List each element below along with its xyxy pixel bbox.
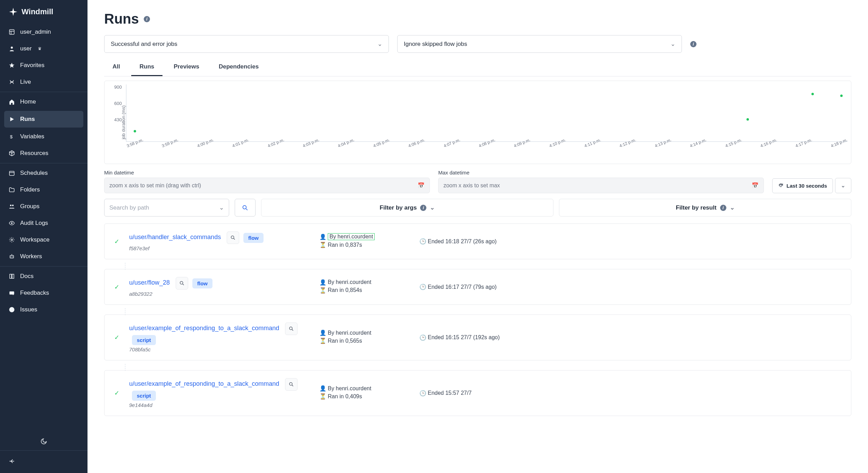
tab-dependencies[interactable]: Dependencies (210, 58, 267, 76)
run-by: By henri.courdent (328, 330, 371, 336)
arrow-left-icon (8, 458, 15, 465)
sidebar-item-user[interactable]: user ♛ (0, 40, 87, 57)
sidebar-item-favorites[interactable]: Favorites (0, 57, 87, 74)
collapse-sidebar[interactable] (0, 450, 87, 473)
inspect-button[interactable] (285, 323, 298, 335)
sidebar-item-label: Groups (20, 203, 40, 210)
user-icon: 👤 (319, 329, 325, 336)
svg-point-22 (180, 282, 183, 284)
sidebar-item-workers[interactable]: Workers (0, 248, 87, 265)
sidebar-item-runs[interactable]: Runs (4, 111, 83, 128)
run-path[interactable]: u/user/example_of_responding_to_a_slack_… (129, 325, 279, 332)
home-icon (8, 98, 15, 105)
user-icon: 👤 (319, 279, 325, 286)
chart-point[interactable] (134, 130, 136, 132)
run-path[interactable]: u/user/handler_slack_commands (129, 234, 221, 240)
sidebar-item-docs[interactable]: Docs (0, 268, 87, 285)
kind-tag: script (132, 335, 156, 345)
chart-point[interactable] (746, 118, 749, 121)
duration-chart[interactable]: job duration (ms) 900 600 430 3:58 p.m.3… (104, 81, 851, 164)
run-duration: Ran in 0,409s (328, 393, 362, 400)
run-ended: Ended 16:18 27/7 (26s ago) (428, 238, 496, 245)
inspect-button[interactable] (176, 277, 188, 289)
sidebar-item-audit-logs[interactable]: Audit Logs (0, 215, 87, 231)
sidebar-item-label: Home (20, 98, 36, 105)
svg-point-20 (231, 236, 234, 239)
clock-icon: 🕒 (419, 238, 425, 245)
range-label: Last 30 seconds (786, 183, 827, 189)
run-connector (125, 308, 851, 315)
run-ended: Ended 15:57 27/7 (428, 390, 471, 396)
max-datetime-label: Max datetime (438, 170, 764, 176)
layout-icon (8, 28, 15, 35)
sidebar-item-resources[interactable]: Resources (0, 145, 87, 162)
run-card[interactable]: ✓ u/user/flow_28 flow a8b29322 👤By henri… (104, 269, 851, 305)
check-icon: ✓ (114, 238, 119, 245)
sidebar-item-workspace[interactable]: user_admin (0, 24, 87, 40)
gear-icon (8, 236, 15, 243)
kind-tag: script (132, 391, 156, 401)
kind-tag: flow (192, 278, 212, 288)
run-card[interactable]: ✓ u/user/example_of_responding_to_a_slac… (104, 315, 851, 360)
sidebar-item-live[interactable]: Live (0, 74, 87, 90)
tabs: All Runs Previews Dependencies (104, 58, 851, 76)
brand[interactable]: Windmill (0, 0, 87, 24)
chevron-down-icon: ⌄ (219, 204, 224, 211)
refresh-button[interactable]: Last 30 seconds (772, 178, 833, 193)
check-icon: ✓ (114, 389, 119, 397)
skipped-filter-select[interactable]: Ignore skipped flow jobs ⌄ (397, 35, 682, 53)
sidebar-item-feedbacks[interactable]: Feedbacks (0, 285, 87, 301)
min-datetime-input[interactable]: zoom x axis to set min (drag with ctrl) … (104, 178, 430, 193)
svg-point-14 (12, 256, 13, 257)
inspect-button[interactable] (285, 378, 298, 391)
sidebar-item-folders[interactable]: Folders (0, 181, 87, 198)
tab-previews[interactable]: Previews (165, 58, 208, 76)
svg-point-9 (12, 205, 14, 206)
theme-toggle[interactable] (0, 432, 87, 450)
filter-args[interactable]: Filter by args i ⌄ (261, 199, 553, 217)
filter-result[interactable]: Filter by result i ⌄ (559, 199, 851, 217)
status-filter-select[interactable]: Successful and error jobs ⌄ (104, 35, 389, 53)
tab-runs[interactable]: Runs (131, 58, 163, 76)
svg-point-4 (11, 81, 13, 83)
user-icon: 👤 (319, 234, 325, 240)
search-input[interactable]: Search by path ⌄ (104, 199, 229, 217)
chart-point[interactable] (811, 93, 814, 95)
sidebar-item-workspace-settings[interactable]: Workspace (0, 231, 87, 248)
hourglass-icon: ⏳ (319, 287, 325, 294)
info-icon[interactable]: i (144, 16, 150, 22)
info-icon: i (720, 205, 726, 211)
github-icon (8, 306, 15, 313)
svg-line-19 (246, 209, 248, 210)
run-path[interactable]: u/user/flow_28 (129, 279, 170, 286)
run-card[interactable]: ✓ u/user/handler_slack_commands flow f58… (104, 223, 851, 259)
run-path[interactable]: u/user/example_of_responding_to_a_slack_… (129, 380, 279, 387)
sidebar-item-issues[interactable]: Issues (0, 301, 87, 318)
sidebar-item-variables[interactable]: $ Variables (0, 128, 87, 145)
tab-all[interactable]: All (104, 58, 128, 76)
filter-label: Filter by result (676, 204, 716, 211)
chart-point[interactable] (840, 95, 843, 97)
sidebar-item-label: Workspace (20, 236, 50, 243)
svg-point-11 (11, 239, 13, 241)
max-datetime-input[interactable]: zoom x axis to set max 📅 (438, 178, 764, 193)
run-hash: a8b29322 (129, 291, 310, 297)
sidebar-item-schedules[interactable]: Schedules (0, 165, 87, 181)
range-dropdown[interactable]: ⌄ (835, 178, 851, 193)
inspect-button[interactable] (227, 231, 239, 244)
main: Runs i Successful and error jobs ⌄ Ignor… (87, 0, 868, 473)
sidebar: Windmill user_admin user ♛ Favorites Liv… (0, 0, 87, 473)
sidebar-item-home[interactable]: Home (0, 93, 87, 110)
svg-rect-12 (10, 255, 14, 258)
sidebar-item-label: Feedbacks (20, 289, 49, 296)
play-icon (8, 116, 15, 123)
calendar-icon: 📅 (418, 182, 425, 189)
chart-yticks: 900 600 430 (114, 84, 122, 122)
run-duration: Ran in 0,565s (328, 338, 362, 344)
chevron-down-icon: ⌄ (841, 182, 845, 189)
sidebar-item-groups[interactable]: Groups (0, 198, 87, 215)
search-button[interactable] (235, 199, 256, 217)
signal-icon (8, 79, 15, 85)
info-icon[interactable]: i (690, 41, 696, 47)
run-card[interactable]: ✓ u/user/example_of_responding_to_a_slac… (104, 370, 851, 416)
